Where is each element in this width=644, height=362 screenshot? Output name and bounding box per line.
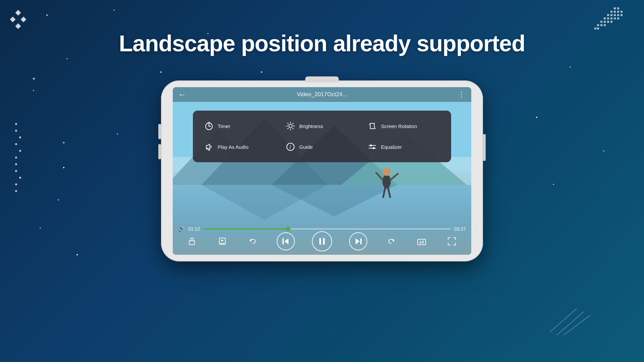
svg-rect-111 [360, 238, 362, 244]
menu-item-brightness[interactable]: Brightness [282, 117, 361, 135]
volume-up-button[interactable] [158, 124, 161, 139]
video-title: Video_2017Oct24... [297, 91, 347, 98]
fullscreen-button[interactable] [445, 235, 459, 248]
svg-rect-19 [617, 17, 619, 19]
svg-rect-22 [607, 21, 609, 23]
screen-rotation-label: Screen Rotation [381, 123, 417, 129]
svg-rect-25 [600, 24, 602, 26]
back-button[interactable]: ← [178, 90, 186, 99]
svg-point-52 [40, 228, 41, 229]
screen-topbar: ← Video_2017Oct24... ⋮ [173, 87, 471, 102]
playlist-button[interactable] [216, 235, 229, 248]
svg-point-36 [19, 150, 21, 152]
svg-point-41 [15, 183, 17, 185]
phone-tab [305, 76, 339, 82]
svg-line-31 [564, 315, 590, 335]
svg-point-95 [208, 149, 210, 150]
svg-rect-27 [594, 27, 596, 29]
svg-line-86 [288, 123, 288, 124]
svg-text:✦: ✦ [57, 198, 60, 202]
svg-point-55 [536, 117, 537, 118]
svg-point-40 [19, 177, 21, 179]
svg-point-48 [67, 58, 68, 59]
svg-point-53 [76, 254, 78, 255]
volume-down-button[interactable] [158, 144, 161, 159]
power-button[interactable] [483, 134, 486, 161]
rotation-icon [367, 121, 378, 131]
lock-button[interactable] [185, 235, 199, 248]
svg-point-45 [160, 71, 162, 73]
svg-line-89 [288, 128, 288, 129]
svg-text:i: i [289, 144, 291, 150]
time-current: 01:12 [188, 226, 200, 232]
svg-rect-26 [604, 24, 606, 26]
progress-thumb [286, 227, 290, 231]
audio-icon [204, 141, 214, 152]
volume-icon: 🔊 [178, 226, 185, 232]
svg-point-44 [114, 10, 115, 11]
pause-button[interactable] [312, 231, 332, 251]
controls-bar: A [173, 232, 471, 251]
svg-rect-16 [607, 17, 609, 19]
svg-point-71 [382, 168, 391, 176]
page-title: Landscape position already supported [0, 30, 644, 56]
svg-point-50 [117, 134, 118, 135]
svg-rect-109 [323, 238, 325, 245]
equalizer-label: Equalizer [381, 144, 402, 150]
svg-line-87 [293, 128, 293, 129]
svg-rect-10 [607, 14, 609, 16]
svg-rect-15 [604, 17, 606, 19]
svg-point-57 [553, 184, 554, 185]
guide-icon: i [285, 141, 296, 152]
menu-item-guide[interactable]: i Guide [282, 138, 361, 156]
menu-item-timer[interactable]: Timer [201, 117, 280, 135]
svg-point-70 [382, 174, 391, 188]
svg-point-81 [289, 124, 292, 128]
overflow-menu-button[interactable]: ⋮ [458, 90, 466, 99]
svg-point-35 [15, 143, 17, 145]
svg-rect-18 [614, 17, 616, 19]
svg-rect-1 [10, 17, 15, 22]
svg-rect-8 [617, 11, 619, 13]
svg-point-43 [46, 14, 48, 16]
svg-rect-12 [614, 14, 616, 16]
svg-point-38 [15, 163, 17, 165]
svg-rect-20 [600, 21, 602, 23]
repeat-button[interactable] [384, 235, 398, 248]
svg-rect-2 [21, 17, 26, 22]
undo-button[interactable] [246, 235, 260, 248]
svg-point-42 [15, 190, 17, 192]
progress-bar[interactable] [203, 228, 451, 230]
equalizer-icon [367, 141, 378, 152]
svg-point-54 [570, 67, 571, 68]
prev-button[interactable] [277, 232, 295, 250]
svg-point-101 [373, 147, 375, 149]
svg-point-51 [63, 167, 64, 168]
timer-icon [204, 121, 214, 131]
phone-device: ← Video_2017Oct24... ⋮ [161, 80, 483, 261]
menu-item-equalizer[interactable]: Equalizer [364, 138, 443, 156]
svg-rect-0 [15, 10, 21, 15]
svg-rect-108 [319, 238, 321, 245]
menu-item-play-as-audio[interactable]: Play As Audio [201, 138, 280, 156]
svg-rect-21 [604, 21, 606, 23]
subtitle-button[interactable]: A [415, 235, 428, 248]
svg-rect-102 [189, 241, 195, 245]
next-button[interactable] [349, 232, 367, 250]
svg-point-56 [603, 150, 604, 152]
svg-point-47 [261, 71, 262, 73]
svg-point-33 [15, 130, 17, 132]
timer-label: Timer [218, 123, 230, 129]
menu-item-screen-rotation[interactable]: Screen Rotation [364, 117, 443, 135]
progress-fill [203, 228, 288, 230]
svg-text:✦: ✦ [32, 76, 36, 81]
svg-rect-4 [614, 7, 616, 9]
guide-label: Guide [299, 144, 313, 150]
deco-dots-left [13, 121, 23, 208]
phone-body: ← Video_2017Oct24... ⋮ [161, 80, 483, 261]
deco-lines-br [550, 308, 590, 335]
phone-screen: ← Video_2017Oct24... ⋮ [173, 87, 471, 255]
svg-point-32 [15, 123, 17, 125]
svg-rect-9 [621, 11, 623, 13]
svg-point-34 [19, 136, 21, 138]
